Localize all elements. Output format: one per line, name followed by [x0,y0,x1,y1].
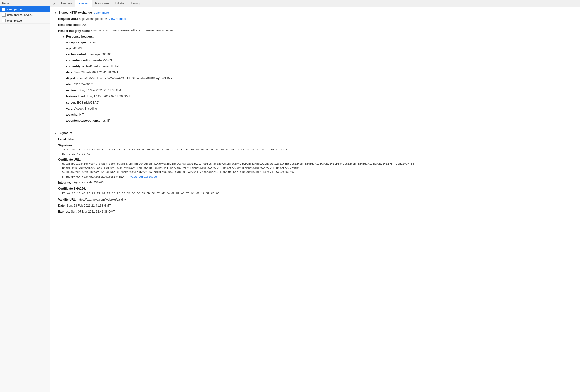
signature-triangle: ▼ [54,132,57,135]
tab-timing[interactable]: Timing [128,0,143,7]
view-certificate-link[interactable]: View certificate [130,175,157,178]
response-header-row-6: digest:mi-sha256-03=kcwVP6aOwYmA/j9JbUU0… [58,75,576,81]
signature-field-label: Signature: [58,143,575,148]
response-header-label-4: content-type: [66,64,85,69]
response-header-row-13: x-content-type-options:nosniff [58,118,576,124]
response-header-value-3: mi-sha256-03 [93,58,112,63]
expires-label: Expires: [58,209,70,214]
response-header-row-5: date:Sun, 28 Feb 2021 21:41:38 GMT [58,69,576,75]
cert-sha256-label: Certificate SHA256: [58,186,575,191]
sidebar-item-1[interactable]: data:application/ce... [0,12,50,18]
response-header-row-0: accept-ranges:bytes [58,39,576,45]
sig-label-label: Label: [58,137,67,142]
signed-http-exchange-section: ▼ Signed HTTP exchange Learn more Reques… [50,7,580,124]
response-header-value-5: Sun, 28 Feb 2021 21:41:38 GMT [74,70,118,75]
cert-url-line4: 5nBHzvFK7KF+VzxtkbZNzcEpkdW1teS1vY3Nw Vi… [62,175,157,178]
tab-headers[interactable]: Headers [58,0,75,7]
response-header-value-7: "3147526947" [74,82,93,87]
sig-label-value: label [68,137,74,142]
response-header-row-8: expires:Sun, 07 Mar 2021 21:41:38 GMT [58,87,576,93]
signature-line1: 30 44 02 20 26 A9 89 92 ED 10 33 98 CE C… [62,148,576,152]
response-headers-fields: accept-ranges:bytesage:428635cache-contr… [58,39,576,124]
header-integrity-row: Header integrity hash: sha256-/IWdYDKW66… [54,28,576,34]
response-code-value: 200 [82,23,87,27]
signed-http-exchange-label: Signed HTTP exchange [59,11,92,14]
cert-sha256-value: FB 44 26 13 48 2F A1 E7 67 F7 68 2D C0 8… [62,192,219,195]
response-headers-triangle: ▼ [62,35,65,38]
main-panel: × Headers Preview Response Initiator Tim… [50,0,580,392]
signature-section: ▼ Signature Label: label Signature: 30 4… [50,128,580,215]
validity-url-label: Validity URL: [58,197,77,202]
tab-initiator[interactable]: Initiator [112,0,128,7]
response-header-label-9: last-modified: [66,94,86,99]
integrity-label: Integrity: [58,180,71,185]
response-header-label-3: content-encoding: [66,58,92,63]
signature-label: Signature [59,131,72,135]
response-header-label-12: x-cache: [66,112,78,117]
request-url-label: Request URL: [58,17,78,21]
response-header-value-0: bytes [88,40,96,45]
response-headers-label: Response headers: [66,35,94,38]
file-icon-1 [2,13,6,17]
response-header-label-7: etag: [66,82,73,87]
date-row: Date: Sun, 28 Feb 2021 21:41:38 GMT [54,203,576,209]
response-header-label-11: vary: [66,106,73,111]
signature-header[interactable]: ▼ Signature [54,130,576,136]
response-header-row-1: age:428635 [58,45,576,51]
response-header-value-1: 428635 [73,46,83,51]
response-header-value-6: mi-sha256-03=kcwVP6aOwYmA/j9JbUU0GbuiZdn… [77,76,174,81]
response-header-row-12: x-cache:HIT [58,112,576,118]
sidebar: Name example.com data:application/ce... … [0,0,50,392]
request-url-value: https://example.com/ [79,17,107,21]
response-header-row-7: etag:"3147526947" [58,81,576,87]
sidebar-item-label-2: example.com [7,19,24,22]
signed-http-exchange-header[interactable]: ▼ Signed HTTP exchange Learn more [54,9,576,16]
response-headers-header[interactable]: ▼ Response headers: [58,34,576,39]
response-header-row-9: last-modified:Thu, 17 Oct 2019 07:18:26 … [58,93,576,100]
cert-url-line2: B4XDTIxMDIyODAwMTcyNloXDTIxMDUyOTAwMTcyN… [62,166,576,170]
request-url-row: Request URL: https://example.com/ View r… [54,16,576,22]
section-divider [50,126,580,126]
tab-response[interactable]: Response [92,0,112,7]
tab-preview[interactable]: Preview [75,0,92,7]
cert-url-line3: 52IHZXAxtuNiSZvoPkOaXySR2ESqFNnWEuU/BaMs… [62,170,576,174]
cert-url-block: data:application/cert-chain+cbor;base64,… [58,162,576,179]
file-icon-2 [2,19,6,22]
integrity-row: Integrity: digest/mi-sha256-03 [54,180,576,186]
response-header-value-9: Thu, 17 Oct 2019 07:18:26 GMT [87,94,130,99]
sidebar-item-2[interactable]: example.com [0,18,50,24]
response-code-label: Response code: [58,23,81,27]
response-code-row: Response code: 200 [54,22,576,28]
cert-url-label: Certificate URL: [58,157,575,162]
cert-sha256-row: Certificate SHA256: FB 44 26 13 48 2F A1… [54,186,576,197]
triangle-icon: ▼ [54,11,57,14]
learn-more-link[interactable]: Learn more [94,11,109,14]
date-value: Sun, 28 Feb 2021 21:41:38 GMT [67,203,111,208]
validity-url-row: Validity URL: https://example.com/webpkg… [54,197,576,203]
header-integrity-value: sha256-/IWdYDKW663F+eRGZMdhwjEhIJW+Hw6hK… [91,29,175,33]
sidebar-item-label-0: example.com [7,8,24,11]
response-header-label-0: accept-ranges: [66,40,87,45]
response-headers-subsection: ▼ Response headers: accept-ranges:bytesa… [54,34,576,124]
validity-url-value: https://example.com/webpkg/validity [78,197,126,202]
response-header-value-2: max-age=604800 [88,52,112,57]
response-header-value-11: Accept-Encoding [74,106,97,111]
signature-row: Signature: 30 44 02 20 26 A9 89 92 ED 10… [54,142,576,157]
response-header-label-5: date: [66,70,73,75]
cert-url-line1: data:application/cert-chain+cbor;base64,… [62,162,576,166]
response-header-row-2: cache-control:max-age=604800 [58,51,576,57]
response-header-value-10: ECS (dcb/7EA2) [77,100,99,105]
sidebar-item-0[interactable]: example.com [0,6,50,12]
response-header-label-8: expires: [66,88,78,93]
tab-close-button[interactable]: × [51,1,57,7]
expires-row: Expires: Sun, 07 Mar 2021 21:41:38 GMT [54,209,576,215]
response-header-value-13: nosniff [101,118,110,123]
file-icon-0 [2,7,6,11]
response-header-row-4: content-type:text/html; charset=UTF-8 [58,63,576,69]
sig-label-row: Label: label [54,136,576,142]
expires-value: Sun, 07 Mar 2021 21:41:38 GMT [71,209,115,214]
response-header-value-8: Sun, 07 Mar 2021 21:41:38 GMT [79,88,123,93]
response-header-value-4: text/html; charset=UTF-8 [86,64,119,69]
response-header-row-11: vary:Accept-Encoding [58,106,576,112]
view-request-link[interactable]: View request [109,17,126,21]
